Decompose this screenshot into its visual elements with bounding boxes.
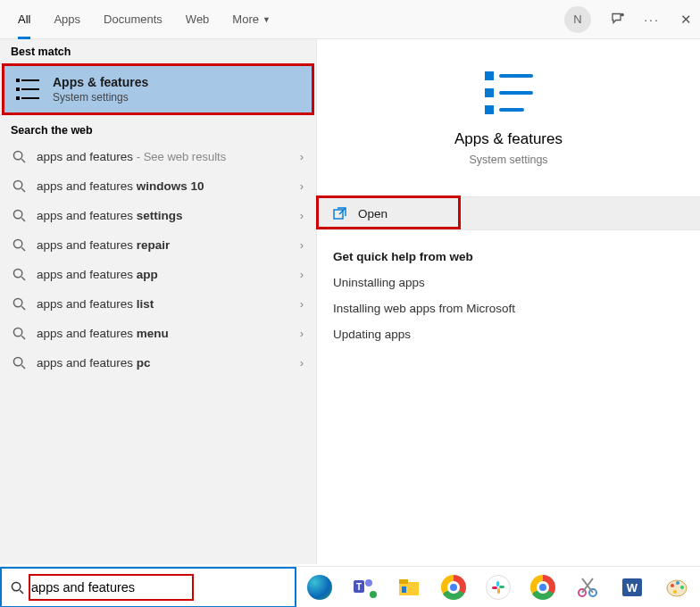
svg-rect-1 xyxy=(16,79,20,82)
search-icon xyxy=(12,238,26,252)
svg-point-22 xyxy=(12,582,20,590)
svg-rect-6 xyxy=(21,97,39,99)
close-icon[interactable]: ✕ xyxy=(679,12,693,27)
web-result-text: apps and features repair xyxy=(37,238,170,252)
svg-point-25 xyxy=(365,579,372,586)
chevron-right-icon: › xyxy=(300,209,304,222)
best-match-text: Apps & features System settings xyxy=(53,75,148,104)
taskbar-files-icon[interactable] xyxy=(391,570,427,605)
svg-rect-2 xyxy=(21,79,39,81)
help-link-updating[interactable]: Updating apps xyxy=(333,328,684,341)
chevron-right-icon: › xyxy=(300,179,304,193)
more-options-icon[interactable]: ··· xyxy=(645,12,659,27)
top-tab-bar: All Apps Documents Web More▼ N ··· ✕ xyxy=(0,0,700,39)
quick-help-heading: Get quick help from web xyxy=(333,250,684,263)
preview-pane: Apps & features System settings Open Get… xyxy=(317,39,700,564)
svg-point-8 xyxy=(13,180,21,188)
web-result-text: apps and features windows 10 xyxy=(37,179,204,193)
taskbar-slack-icon[interactable] xyxy=(480,570,516,605)
tab-all[interactable]: All xyxy=(18,0,30,38)
web-result-item[interactable]: apps and features settings› xyxy=(0,201,316,230)
web-result-item[interactable]: apps and features list› xyxy=(0,289,316,319)
svg-rect-28 xyxy=(399,579,408,584)
web-result-item[interactable]: apps and features repair› xyxy=(0,230,316,260)
svg-point-14 xyxy=(13,357,21,365)
web-result-text: apps and features - See web results xyxy=(37,150,226,163)
taskbar-snip-icon[interactable] xyxy=(570,570,605,605)
search-box[interactable] xyxy=(0,567,296,607)
user-avatar[interactable]: N xyxy=(564,6,591,33)
taskbar-edge-icon[interactable] xyxy=(302,570,338,605)
taskbar-teams-icon[interactable]: T xyxy=(346,570,382,605)
web-result-item[interactable]: apps and features - See web results› xyxy=(0,142,316,171)
web-result-text: apps and features menu xyxy=(37,327,169,340)
svg-rect-29 xyxy=(402,586,406,593)
web-result-item[interactable]: apps and features windows 10› xyxy=(0,171,316,201)
svg-point-9 xyxy=(13,210,21,218)
svg-rect-17 xyxy=(485,88,494,97)
best-match-subtitle: System settings xyxy=(53,91,148,104)
web-result-item[interactable]: apps and features pc› xyxy=(0,348,316,378)
bottom-bar: T W xyxy=(0,566,700,607)
open-action[interactable]: Open xyxy=(317,196,700,230)
web-result-item[interactable]: apps and features menu› xyxy=(0,319,316,348)
search-input[interactable] xyxy=(31,580,286,595)
results-pane: Best match Apps & features System settin… xyxy=(0,39,317,564)
apps-features-icon xyxy=(15,76,42,103)
search-web-label: Search the web xyxy=(0,118,316,142)
svg-text:W: W xyxy=(627,581,638,595)
preview-header: Apps & features System settings xyxy=(317,39,700,180)
svg-point-10 xyxy=(13,239,21,247)
preview-title: Apps & features xyxy=(317,130,700,148)
best-match-label: Best match xyxy=(0,39,316,63)
search-icon xyxy=(12,356,26,370)
search-icon xyxy=(12,268,26,281)
svg-point-13 xyxy=(13,328,21,336)
chevron-right-icon: › xyxy=(300,268,304,281)
top-right-controls: N ··· ✕ xyxy=(564,6,693,33)
search-icon xyxy=(12,297,26,311)
open-icon xyxy=(333,206,347,220)
help-link-installing[interactable]: Installing web apps from Microsoft xyxy=(333,302,684,315)
svg-point-0 xyxy=(621,13,623,15)
chevron-right-icon: › xyxy=(300,238,304,252)
svg-rect-19 xyxy=(485,105,494,114)
taskbar-chrome2-icon[interactable] xyxy=(525,570,561,605)
taskbar-word-icon[interactable]: W xyxy=(614,570,650,605)
svg-text:T: T xyxy=(356,582,362,592)
open-label: Open xyxy=(358,207,388,220)
tab-more[interactable]: More▼ xyxy=(232,0,271,38)
web-result-text: apps and features app xyxy=(37,268,158,281)
help-link-uninstalling[interactable]: Uninstalling apps xyxy=(333,276,684,289)
svg-point-26 xyxy=(370,591,377,598)
taskbar-chrome-icon[interactable] xyxy=(436,570,471,605)
svg-point-7 xyxy=(13,151,21,159)
best-match-title: Apps & features xyxy=(53,75,148,89)
taskbar: T W xyxy=(296,567,700,607)
taskbar-paint-icon[interactable] xyxy=(659,570,695,605)
web-result-item[interactable]: apps and features app› xyxy=(0,260,316,289)
svg-rect-16 xyxy=(499,74,533,78)
tab-apps[interactable]: Apps xyxy=(54,0,80,38)
svg-rect-21 xyxy=(334,210,343,219)
web-result-text: apps and features settings xyxy=(37,209,183,222)
apps-features-large-icon xyxy=(481,68,537,118)
svg-rect-30 xyxy=(496,581,499,586)
chevron-right-icon: › xyxy=(300,356,304,370)
search-icon xyxy=(12,209,26,222)
svg-rect-20 xyxy=(499,108,524,112)
chevron-right-icon: › xyxy=(300,297,304,311)
svg-rect-18 xyxy=(499,91,533,95)
feedback-icon[interactable] xyxy=(611,12,625,27)
chevron-right-icon: › xyxy=(300,327,304,340)
search-icon xyxy=(12,179,26,193)
chevron-down-icon: ▼ xyxy=(262,15,271,24)
best-match-result[interactable]: Apps & features System settings xyxy=(2,63,314,115)
preview-subtitle: System settings xyxy=(317,154,700,166)
svg-point-39 xyxy=(671,584,674,587)
tab-web[interactable]: Web xyxy=(186,0,210,38)
tab-documents[interactable]: Documents xyxy=(104,0,162,38)
svg-point-40 xyxy=(676,581,679,585)
svg-rect-32 xyxy=(497,588,500,594)
quick-help-section: Get quick help from web Uninstalling app… xyxy=(317,230,700,373)
